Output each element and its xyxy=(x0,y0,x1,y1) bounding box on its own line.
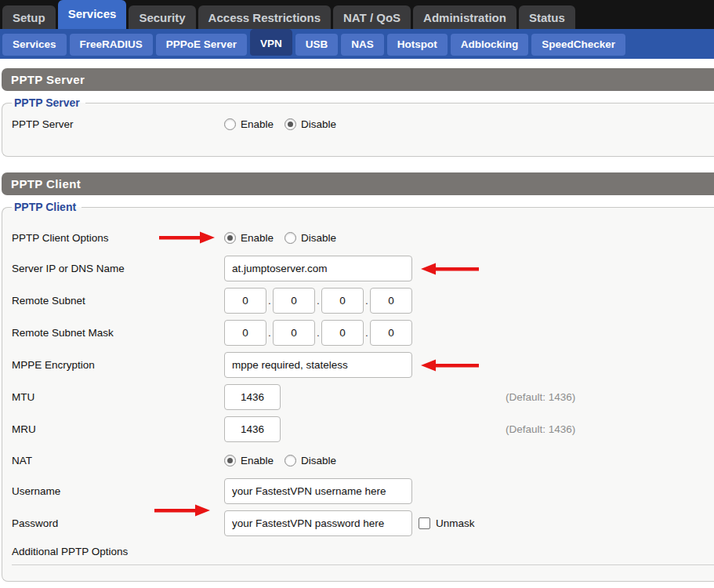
services-sub-nav: Services FreeRADIUS PPPoE Server VPN USB… xyxy=(0,29,714,59)
additional-pptp-options-label: Additional PPTP Options xyxy=(12,546,224,557)
pptp-client-options-row: PPTP Client Options Enable Disable xyxy=(12,223,714,252)
pptp-client-disable-label: Disable xyxy=(301,232,336,244)
pptp-server-fieldset: PPTP Server PPTP Server Enable Disable xyxy=(2,96,714,157)
subtab-speedchecker[interactable]: SpeedChecker xyxy=(531,34,625,56)
nat-disable-radio[interactable] xyxy=(285,455,296,466)
remote-subnet-mask-label: Remote Subnet Mask xyxy=(12,327,224,339)
username-input[interactable] xyxy=(224,478,412,504)
pptp-client-enable-label: Enable xyxy=(241,232,274,244)
server-ip-label: Server IP or DNS Name xyxy=(12,263,224,274)
arrow-left-icon xyxy=(420,359,480,372)
remote-subnet-mask-octet-2[interactable] xyxy=(273,320,315,346)
ip-dot-separator: . xyxy=(364,295,370,307)
pptp-server-disable-label: Disable xyxy=(301,118,336,130)
unmask-control: Unmask xyxy=(419,517,475,529)
ip-dot-separator: . xyxy=(315,295,321,307)
ip-dot-separator: . xyxy=(266,327,273,339)
tab-access-restrictions[interactable]: Access Restrictions xyxy=(198,5,331,29)
pptp-server-row: PPTP Server Enable Disable xyxy=(12,109,714,139)
subtab-pppoe-server[interactable]: PPPoE Server xyxy=(156,34,247,56)
pptp-client-section-header: PPTP Client xyxy=(2,172,714,195)
pptp-server-enable-label: Enable xyxy=(241,118,274,130)
section-divider xyxy=(12,564,714,565)
mru-input[interactable] xyxy=(224,416,281,442)
tab-nat-qos[interactable]: NAT / QoS xyxy=(333,5,411,29)
pptp-client-enable-radio[interactable] xyxy=(224,232,236,244)
mtu-input[interactable] xyxy=(224,384,281,410)
username-row: Username xyxy=(12,475,714,507)
remote-subnet-octet-1[interactable] xyxy=(224,288,266,314)
subtab-services[interactable]: Services xyxy=(2,34,67,56)
mppe-encryption-row: MPPE Encryption xyxy=(12,349,714,381)
mru-row: MRU (Default: 1436) xyxy=(12,413,714,445)
mppe-encryption-label: MPPE Encryption xyxy=(12,359,224,371)
pptp-client-disable-radio[interactable] xyxy=(285,232,296,244)
pptp-server-legend: PPTP Server xyxy=(12,96,85,109)
mtu-default-note: (Default: 1436) xyxy=(506,391,575,403)
subtab-adblocking[interactable]: Adblocking xyxy=(451,34,529,56)
tab-administration[interactable]: Administration xyxy=(413,5,516,29)
server-ip-input[interactable] xyxy=(224,256,412,281)
ip-dot-separator: . xyxy=(315,327,321,339)
pptp-client-legend: PPTP Client xyxy=(12,201,82,213)
subtab-nas[interactable]: NAS xyxy=(341,34,384,56)
pptp-client-options-radio-group: Enable Disable xyxy=(224,232,347,244)
mru-default-note: (Default: 1436) xyxy=(506,423,575,435)
arrow-right-icon xyxy=(159,231,216,244)
subtab-hotspot[interactable]: Hotspot xyxy=(387,34,448,56)
remote-subnet-mask-octets: . . . xyxy=(224,320,412,346)
unmask-checkbox[interactable] xyxy=(419,517,430,529)
remote-subnet-octet-4[interactable] xyxy=(370,288,412,314)
tab-services[interactable]: Services xyxy=(58,0,127,29)
arrow-right-icon xyxy=(154,504,211,517)
username-label: Username xyxy=(12,485,224,497)
unmask-label: Unmask xyxy=(436,517,475,529)
remote-subnet-mask-octet-4[interactable] xyxy=(370,320,412,346)
tab-setup[interactable]: Setup xyxy=(2,5,56,29)
remote-subnet-row: Remote Subnet . . . xyxy=(12,285,714,317)
remote-subnet-mask-row: Remote Subnet Mask . . . xyxy=(12,317,714,349)
subtab-usb[interactable]: USB xyxy=(295,34,339,56)
nat-row: NAT Enable Disable xyxy=(12,445,714,475)
subtab-freeradius[interactable]: FreeRADIUS xyxy=(70,34,153,56)
ip-dot-separator: . xyxy=(364,327,370,339)
server-ip-row: Server IP or DNS Name xyxy=(12,252,714,285)
remote-subnet-label: Remote Subnet xyxy=(12,295,224,307)
password-label: Password xyxy=(12,517,224,529)
tab-security[interactable]: Security xyxy=(129,5,195,29)
additional-pptp-options-row: Additional PPTP Options xyxy=(12,539,714,563)
nat-label: NAT xyxy=(12,455,224,466)
remote-subnet-octet-2[interactable] xyxy=(273,288,315,314)
subtab-vpn[interactable]: VPN xyxy=(250,29,292,56)
remote-subnet-mask-octet-3[interactable] xyxy=(321,320,364,346)
nat-disable-label: Disable xyxy=(301,455,336,466)
ip-dot-separator: . xyxy=(266,295,273,307)
nat-radio-group: Enable Disable xyxy=(224,455,347,466)
pptp-server-radio-group: Enable Disable xyxy=(224,118,347,130)
pptp-server-label: PPTP Server xyxy=(12,118,224,130)
mtu-row: MTU (Default: 1436) xyxy=(12,381,714,413)
tab-status[interactable]: Status xyxy=(519,5,575,29)
arrow-left-icon xyxy=(420,263,480,275)
pptp-client-fieldset: PPTP Client PPTP Client Options Enable D… xyxy=(2,201,714,582)
password-input[interactable] xyxy=(224,510,412,536)
page-content: PPTP Server PPTP Server PPTP Server Enab… xyxy=(0,59,714,582)
remote-subnet-octets: . . . xyxy=(224,288,412,314)
nat-enable-radio[interactable] xyxy=(224,455,236,466)
mtu-label: MTU xyxy=(12,391,224,403)
pptp-server-section-header: PPTP Server xyxy=(2,68,714,91)
pptp-server-disable-radio[interactable] xyxy=(285,118,296,130)
mru-label: MRU xyxy=(12,423,224,435)
pptp-server-enable-radio[interactable] xyxy=(224,118,236,130)
remote-subnet-octet-3[interactable] xyxy=(321,288,364,314)
password-row: Password Unmask xyxy=(12,507,714,539)
nat-enable-label: Enable xyxy=(241,455,274,466)
main-nav: Setup Services Security Access Restricti… xyxy=(0,0,714,29)
mppe-encryption-input[interactable] xyxy=(224,352,412,378)
remote-subnet-mask-octet-1[interactable] xyxy=(224,320,266,346)
